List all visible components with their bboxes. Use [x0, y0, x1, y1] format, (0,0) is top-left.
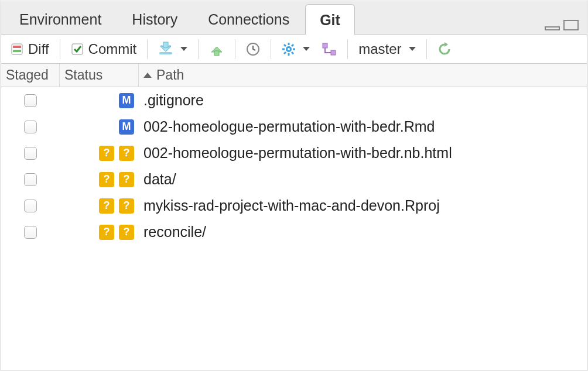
svg-rect-2 [12, 44, 22, 54]
path-cell: data/ [139, 169, 587, 190]
separator [60, 39, 60, 59]
git-toolbar: Diff Commit [1, 35, 587, 64]
untracked-badge-icon: ? [99, 146, 114, 161]
svg-line-17 [292, 44, 293, 46]
stage-checkbox[interactable] [24, 226, 37, 239]
separator [235, 39, 235, 59]
separator [147, 39, 148, 59]
status-cell: ?? [60, 146, 139, 161]
path-cell: 002-homeologue-permutation-with-bedr.nb.… [139, 142, 587, 164]
column-header-path[interactable]: Path [139, 64, 587, 87]
stage-checkbox[interactable] [24, 121, 37, 133]
status-cell: ?? [60, 198, 139, 214]
tab-history[interactable]: History [117, 4, 192, 34]
tab-connections[interactable]: Connections [193, 4, 304, 34]
new-branch-button[interactable] [317, 40, 341, 59]
staged-cell [1, 226, 60, 239]
pull-arrow-icon [158, 42, 173, 57]
untracked-badge-icon: ? [119, 172, 134, 187]
separator [271, 39, 271, 59]
status-cell: M [60, 119, 139, 135]
path-cell: reconcile/ [139, 221, 587, 243]
stage-checkbox[interactable] [24, 147, 37, 160]
columns-header: Staged Status Path [1, 64, 587, 87]
svg-rect-1 [564, 20, 578, 30]
modified-badge-icon: M [119, 93, 134, 108]
table-row[interactable]: M.gitignore [1, 87, 587, 114]
push-button[interactable] [204, 39, 229, 59]
svg-rect-6 [163, 42, 168, 47]
modified-badge-icon: M [119, 119, 134, 135]
push-arrow-icon [209, 42, 224, 57]
svg-rect-4 [13, 50, 21, 52]
svg-line-15 [292, 52, 293, 54]
history-button[interactable] [241, 40, 265, 59]
refresh-button[interactable] [433, 40, 456, 59]
diff-label: Diff [28, 41, 49, 57]
status-cell: ?? [60, 225, 139, 240]
table-row[interactable]: ??002-homeologue-permutation-with-bedr.n… [1, 140, 587, 166]
tab-git[interactable]: Git [305, 4, 355, 35]
staged-cell [1, 121, 60, 133]
separator [426, 39, 427, 59]
svg-rect-3 [13, 46, 21, 48]
svg-rect-20 [331, 50, 336, 55]
file-list: M.gitignoreM002-homeologue-permutation-w… [1, 87, 587, 245]
svg-rect-19 [323, 43, 327, 48]
window-controls [545, 20, 583, 34]
svg-line-16 [284, 52, 286, 54]
staged-cell [1, 147, 60, 160]
stage-checkbox[interactable] [24, 200, 37, 212]
branch-icon [322, 42, 337, 56]
separator [347, 39, 348, 59]
stage-checkbox[interactable] [24, 94, 37, 107]
svg-rect-0 [545, 27, 559, 30]
commit-icon [71, 43, 84, 56]
table-row[interactable]: ??data/ [1, 166, 587, 193]
clock-icon [246, 42, 260, 56]
status-cell: ?? [60, 172, 139, 187]
svg-point-18 [288, 48, 290, 50]
column-header-staged[interactable]: Staged [1, 64, 60, 87]
status-cell: M [60, 93, 139, 108]
column-header-status[interactable]: Status [60, 64, 139, 87]
chevron-down-icon [303, 47, 310, 51]
path-cell: mykiss-rad-project-with-mac-and-devon.Rp… [139, 195, 587, 217]
maximize-icon[interactable] [563, 20, 579, 30]
commit-label: Commit [88, 41, 137, 57]
stage-checkbox[interactable] [24, 173, 37, 186]
gear-icon [282, 42, 296, 56]
minimize-icon[interactable] [545, 20, 560, 30]
svg-rect-7 [214, 51, 219, 56]
commit-button[interactable]: Commit [66, 39, 142, 60]
untracked-badge-icon: ? [119, 146, 134, 161]
separator [198, 39, 199, 59]
diff-icon [11, 43, 23, 56]
untracked-badge-icon: ? [119, 225, 134, 240]
untracked-badge-icon: ? [99, 198, 114, 214]
tab-environment[interactable]: Environment [5, 4, 116, 34]
svg-line-14 [284, 44, 286, 46]
diff-button[interactable]: Diff [6, 39, 54, 60]
untracked-badge-icon: ? [99, 225, 114, 240]
panel-tabs: Environment History Connections Git [1, 2, 587, 35]
staged-cell [1, 173, 60, 186]
untracked-badge-icon: ? [119, 198, 134, 214]
more-button[interactable] [277, 40, 314, 59]
path-cell: 002-homeologue-permutation-with-bedr.Rmd [139, 116, 587, 138]
svg-rect-5 [72, 44, 83, 54]
staged-cell [1, 94, 60, 107]
column-header-path-label: Path [156, 67, 184, 83]
table-row[interactable]: ??mykiss-rad-project-with-mac-and-devon.… [1, 193, 587, 219]
refresh-icon [437, 42, 452, 56]
staged-cell [1, 200, 60, 212]
branch-label: master [358, 41, 401, 57]
pull-button[interactable] [153, 39, 192, 59]
untracked-badge-icon: ? [99, 172, 114, 187]
branch-selector[interactable]: master [354, 39, 420, 60]
table-row[interactable]: ??reconcile/ [1, 219, 587, 245]
chevron-down-icon [180, 47, 187, 51]
table-row[interactable]: M002-homeologue-permutation-with-bedr.Rm… [1, 114, 587, 140]
sort-ascending-icon [143, 73, 152, 78]
path-cell: .gitignore [139, 90, 587, 111]
